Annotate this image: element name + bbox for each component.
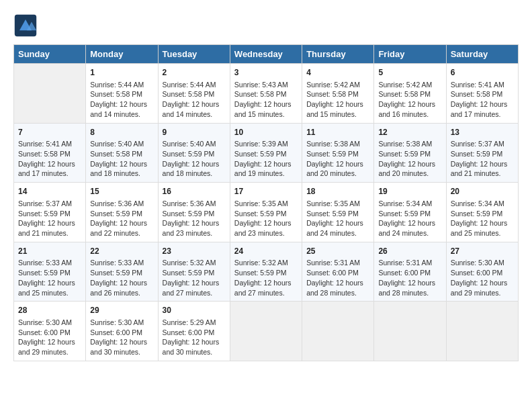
day-info: Sunrise: 5:42 AM Sunset: 5:58 PM Dayligh… [306, 80, 369, 120]
day-cell: 8Sunrise: 5:40 AM Sunset: 5:58 PM Daylig… [86, 123, 158, 183]
day-info: Sunrise: 5:30 AM Sunset: 6:00 PM Dayligh… [451, 258, 514, 298]
header-row: SundayMondayTuesdayWednesdayThursdayFrid… [14, 45, 519, 64]
day-info: Sunrise: 5:31 AM Sunset: 6:00 PM Dayligh… [306, 258, 369, 298]
day-number: 3 [234, 67, 298, 79]
day-number: 16 [163, 186, 226, 197]
day-number: 5 [378, 67, 441, 79]
day-cell: 6Sunrise: 5:41 AM Sunset: 5:58 PM Daylig… [446, 64, 518, 124]
day-cell: 12Sunrise: 5:38 AM Sunset: 5:59 PM Dayli… [374, 123, 446, 183]
day-info: Sunrise: 5:44 AM Sunset: 5:58 PM Dayligh… [90, 80, 153, 120]
day-cell: 23Sunrise: 5:32 AM Sunset: 5:59 PM Dayli… [158, 242, 230, 302]
day-cell: 10Sunrise: 5:39 AM Sunset: 5:59 PM Dayli… [230, 123, 302, 183]
week-row-2: 7Sunrise: 5:41 AM Sunset: 5:58 PM Daylig… [14, 123, 519, 183]
day-info: Sunrise: 5:33 AM Sunset: 5:59 PM Dayligh… [90, 258, 153, 298]
day-number: 12 [378, 127, 441, 138]
day-cell: 21Sunrise: 5:33 AM Sunset: 5:59 PM Dayli… [14, 242, 86, 302]
day-cell [14, 64, 86, 124]
day-number: 15 [90, 186, 153, 197]
day-cell: 22Sunrise: 5:33 AM Sunset: 5:59 PM Dayli… [86, 242, 158, 302]
day-cell: 18Sunrise: 5:35 AM Sunset: 5:59 PM Dayli… [302, 183, 374, 242]
day-cell: 19Sunrise: 5:34 AM Sunset: 5:59 PM Dayli… [374, 183, 446, 242]
day-number: 11 [306, 127, 369, 138]
day-cell: 1Sunrise: 5:44 AM Sunset: 5:58 PM Daylig… [86, 64, 158, 124]
week-row-4: 21Sunrise: 5:33 AM Sunset: 5:59 PM Dayli… [14, 242, 519, 302]
day-number: 10 [234, 127, 298, 138]
week-row-5: 28Sunrise: 5:30 AM Sunset: 6:00 PM Dayli… [14, 302, 519, 361]
day-number: 18 [306, 186, 369, 197]
day-cell: 29Sunrise: 5:30 AM Sunset: 6:00 PM Dayli… [86, 302, 158, 361]
day-info: Sunrise: 5:32 AM Sunset: 5:59 PM Dayligh… [163, 258, 226, 298]
day-number: 4 [306, 67, 369, 79]
header-cell-thursday: Thursday [302, 45, 374, 64]
day-number: 1 [90, 67, 153, 79]
day-info: Sunrise: 5:33 AM Sunset: 5:59 PM Dayligh… [18, 258, 81, 298]
day-number: 19 [378, 186, 441, 197]
day-number: 24 [234, 246, 298, 257]
week-row-3: 14Sunrise: 5:37 AM Sunset: 5:59 PM Dayli… [14, 183, 519, 242]
day-info: Sunrise: 5:34 AM Sunset: 5:59 PM Dayligh… [451, 199, 514, 238]
day-number: 23 [163, 246, 226, 257]
day-cell: 4Sunrise: 5:42 AM Sunset: 5:58 PM Daylig… [302, 64, 374, 124]
day-info: Sunrise: 5:43 AM Sunset: 5:58 PM Dayligh… [234, 80, 298, 120]
day-info: Sunrise: 5:39 AM Sunset: 5:59 PM Dayligh… [234, 139, 298, 179]
day-cell: 2Sunrise: 5:44 AM Sunset: 5:58 PM Daylig… [158, 64, 230, 124]
page-header [13, 13, 519, 38]
day-cell [230, 302, 302, 361]
day-number: 30 [163, 305, 226, 316]
day-number: 20 [451, 186, 514, 197]
day-info: Sunrise: 5:38 AM Sunset: 5:59 PM Dayligh… [378, 139, 441, 179]
day-cell: 3Sunrise: 5:43 AM Sunset: 5:58 PM Daylig… [230, 64, 302, 124]
day-number: 29 [90, 305, 153, 316]
day-cell: 27Sunrise: 5:30 AM Sunset: 6:00 PM Dayli… [446, 242, 518, 302]
day-cell: 15Sunrise: 5:36 AM Sunset: 5:59 PM Dayli… [86, 183, 158, 242]
day-number: 6 [451, 67, 514, 79]
day-cell: 5Sunrise: 5:42 AM Sunset: 5:58 PM Daylig… [374, 64, 446, 124]
day-cell: 20Sunrise: 5:34 AM Sunset: 5:59 PM Dayli… [446, 183, 518, 242]
day-info: Sunrise: 5:32 AM Sunset: 5:59 PM Dayligh… [234, 258, 298, 298]
day-number: 26 [378, 246, 441, 257]
day-cell: 24Sunrise: 5:32 AM Sunset: 5:59 PM Dayli… [230, 242, 302, 302]
day-cell: 16Sunrise: 5:36 AM Sunset: 5:59 PM Dayli… [158, 183, 230, 242]
day-number: 21 [18, 246, 81, 257]
day-number: 17 [234, 186, 298, 197]
header-cell-saturday: Saturday [446, 45, 518, 64]
week-row-1: 1Sunrise: 5:44 AM Sunset: 5:58 PM Daylig… [14, 64, 519, 124]
day-cell: 26Sunrise: 5:31 AM Sunset: 6:00 PM Dayli… [374, 242, 446, 302]
day-number: 25 [306, 246, 369, 257]
day-info: Sunrise: 5:31 AM Sunset: 6:00 PM Dayligh… [378, 258, 441, 298]
header-cell-sunday: Sunday [14, 45, 86, 64]
day-number: 8 [90, 127, 153, 138]
day-cell [446, 302, 518, 361]
header-cell-monday: Monday [86, 45, 158, 64]
day-info: Sunrise: 5:36 AM Sunset: 5:59 PM Dayligh… [163, 199, 226, 238]
day-number: 14 [18, 186, 81, 197]
day-info: Sunrise: 5:37 AM Sunset: 5:59 PM Dayligh… [451, 139, 514, 179]
day-info: Sunrise: 5:29 AM Sunset: 6:00 PM Dayligh… [163, 318, 226, 357]
day-cell: 30Sunrise: 5:29 AM Sunset: 6:00 PM Dayli… [158, 302, 230, 361]
day-number: 27 [451, 246, 514, 257]
header-cell-tuesday: Tuesday [158, 45, 230, 64]
logo [13, 13, 40, 38]
day-info: Sunrise: 5:40 AM Sunset: 5:58 PM Dayligh… [90, 139, 153, 179]
day-cell: 14Sunrise: 5:37 AM Sunset: 5:59 PM Dayli… [14, 183, 86, 242]
day-number: 13 [451, 127, 514, 138]
day-cell: 17Sunrise: 5:35 AM Sunset: 5:59 PM Dayli… [230, 183, 302, 242]
day-info: Sunrise: 5:30 AM Sunset: 6:00 PM Dayligh… [18, 318, 81, 357]
day-info: Sunrise: 5:42 AM Sunset: 5:58 PM Dayligh… [378, 80, 441, 120]
day-info: Sunrise: 5:36 AM Sunset: 5:59 PM Dayligh… [90, 199, 153, 238]
day-cell: 9Sunrise: 5:40 AM Sunset: 5:59 PM Daylig… [158, 123, 230, 183]
calendar-table: SundayMondayTuesdayWednesdayThursdayFrid… [13, 44, 519, 361]
day-number: 22 [90, 246, 153, 257]
day-number: 7 [18, 127, 81, 138]
day-cell: 25Sunrise: 5:31 AM Sunset: 6:00 PM Dayli… [302, 242, 374, 302]
day-info: Sunrise: 5:44 AM Sunset: 5:58 PM Dayligh… [163, 80, 226, 120]
day-cell: 11Sunrise: 5:38 AM Sunset: 5:59 PM Dayli… [302, 123, 374, 183]
header-cell-friday: Friday [374, 45, 446, 64]
day-info: Sunrise: 5:35 AM Sunset: 5:59 PM Dayligh… [234, 199, 298, 238]
day-cell: 7Sunrise: 5:41 AM Sunset: 5:58 PM Daylig… [14, 123, 86, 183]
day-info: Sunrise: 5:41 AM Sunset: 5:58 PM Dayligh… [451, 80, 514, 120]
day-cell [302, 302, 374, 361]
day-info: Sunrise: 5:34 AM Sunset: 5:59 PM Dayligh… [378, 199, 441, 238]
logo-icon [13, 13, 38, 38]
day-number: 28 [18, 305, 81, 316]
